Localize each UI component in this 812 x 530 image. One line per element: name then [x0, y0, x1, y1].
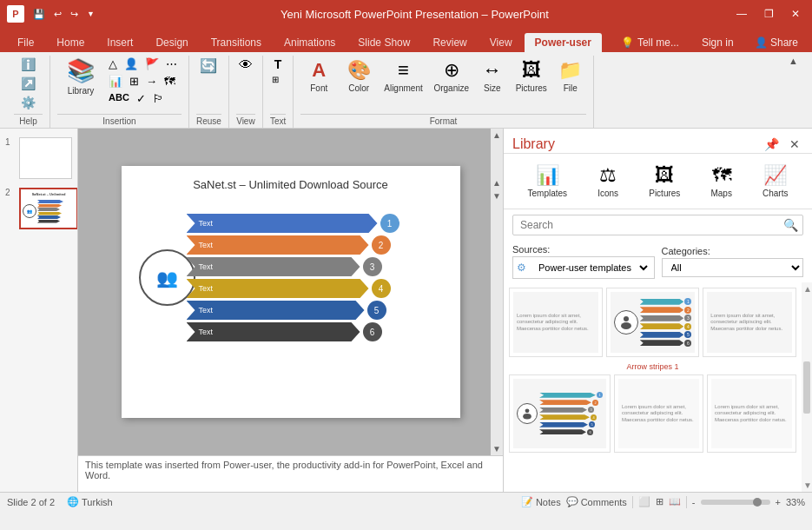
help-gear-button[interactable]: ⚙️ — [18, 94, 38, 111]
library-scrollbar[interactable]: ▲ ▼ — [802, 282, 812, 492]
minimize-button[interactable]: — — [731, 6, 752, 22]
lib-template-item-4[interactable]: 1 2 3 — [509, 374, 611, 453]
library-button[interactable]: 📚 Library — [59, 56, 102, 97]
file-button[interactable]: 📁 File — [555, 57, 586, 95]
pictures-button[interactable]: 🖼 Pictures — [512, 57, 551, 95]
help-info-button[interactable]: ℹ️ — [18, 56, 38, 73]
normal-view-button[interactable]: ⬜ — [638, 496, 650, 507]
tab-poweruser[interactable]: Power-user — [525, 33, 602, 52]
slide-thumb-img-2[interactable]: SaNet.st – Unlimited 👥 — [19, 188, 78, 229]
tab-insert[interactable]: Insert — [96, 33, 143, 52]
notes-area: This template was inserted from Power-us… — [78, 455, 503, 492]
sign-in-button[interactable]: Sign in — [695, 33, 741, 52]
status-bar: Slide 2 of 2 🌐 Turkish 📝 Notes 💬 Comment… — [0, 492, 812, 511]
color-button[interactable]: 🎨 Color — [340, 57, 377, 95]
arrow-6[interactable]: Text — [187, 322, 360, 341]
insert-flag2-button[interactable]: 🏳 — [150, 90, 167, 107]
arrow-row-3: Text 3 — [187, 257, 399, 276]
lib-icon-charts[interactable]: 📈 Charts — [756, 161, 795, 202]
insert-table-button[interactable]: ⊞ — [127, 73, 142, 89]
lib-scroll-thumb[interactable] — [802, 295, 812, 479]
arrow-5[interactable]: Text — [187, 301, 365, 320]
organize-icon: ⊕ — [444, 59, 459, 82]
insert-arrow-button[interactable]: → — [143, 73, 160, 89]
slide-thumb-1[interactable]: 1 — [3, 136, 74, 181]
insert-spellcheck-button[interactable]: ✓ — [134, 90, 149, 107]
help-arrow-button[interactable]: ↗️ — [18, 75, 38, 92]
insert-abc-button[interactable]: ABC — [106, 90, 132, 107]
lib-template-item-3[interactable]: Lorem ipsum dolor sit amet, consectetur … — [703, 288, 796, 357]
scroll-up-arrow[interactable]: ▲ — [491, 129, 503, 142]
organize-button[interactable]: ⊕ Organize — [430, 57, 473, 95]
customize-button[interactable]: ▼ — [83, 8, 98, 20]
lib-template-item-5[interactable]: Lorem ipsum dolor sit amet, consectetur … — [614, 374, 703, 453]
tab-transitions[interactable]: Transitions — [201, 33, 272, 52]
scroll-up2-arrow[interactable]: ▲ — [491, 176, 503, 189]
reading-view-button[interactable]: 📖 — [669, 496, 681, 507]
alignment-button[interactable]: ≡ Alignment — [380, 57, 426, 95]
lib-template-item-2[interactable]: 1 2 3 — [606, 288, 700, 357]
tab-design[interactable]: Design — [145, 33, 198, 52]
redo-button[interactable]: ↪ — [67, 7, 82, 22]
zoom-slider[interactable] — [701, 500, 770, 505]
window-title: Yeni Microsoft PowerPoint Presentation –… — [98, 8, 731, 21]
arrow-4[interactable]: Text — [187, 279, 369, 298]
comments-button[interactable]: 💬 Comments — [566, 496, 627, 507]
undo-button[interactable]: ↩ — [50, 7, 65, 22]
insert-map-button[interactable]: 🗺 — [162, 73, 178, 89]
arrow-1[interactable]: Text — [187, 214, 378, 233]
categories-select[interactable]: All — [662, 258, 804, 277]
lib-icon-maps[interactable]: 🗺 Maps — [703, 161, 738, 202]
insert-shapes-button[interactable]: △ — [106, 56, 120, 72]
grid-view-button[interactable]: ⊞ — [656, 496, 663, 507]
search-icon[interactable]: 🔍 — [783, 218, 798, 232]
zoom-minus-button[interactable]: - — [692, 497, 696, 507]
arrow-2[interactable]: Text — [187, 235, 369, 255]
library-pin-button[interactable]: 📌 — [761, 136, 782, 153]
library-close-button[interactable]: ✕ — [786, 136, 803, 153]
lib-template-item-1[interactable]: Lorem ipsum dolor sit amet, consectetur … — [509, 288, 603, 357]
lib-icon-icons[interactable]: ⚖ Icons — [591, 161, 625, 202]
vertical-scrollbar[interactable]: ▲ ▲ ▼ ▼ — [491, 129, 503, 455]
tab-review[interactable]: Review — [422, 33, 477, 52]
more-icon: ⋯ — [166, 57, 177, 70]
tab-animations[interactable]: Animations — [274, 33, 346, 52]
search-input[interactable] — [512, 215, 803, 235]
lib-icon-pictures[interactable]: 🖼 Pictures — [642, 161, 687, 202]
lib-scroll-up[interactable]: ▲ — [802, 282, 812, 295]
zoom-plus-button[interactable]: + — [776, 497, 781, 507]
font-button[interactable]: A Font — [300, 57, 337, 95]
share-button[interactable]: 👤 Share — [748, 33, 805, 52]
zoom-level[interactable]: 33% — [786, 497, 805, 507]
arrow-num-1: 1 — [380, 214, 399, 233]
slide-thumb-img-1[interactable] — [19, 137, 72, 179]
tell-me-field[interactable]: 💡 Tell me... — [612, 33, 688, 52]
save-button[interactable]: 💾 — [30, 7, 49, 22]
pictures-lib-label: Pictures — [649, 189, 680, 198]
restore-button[interactable]: ❐ — [759, 6, 779, 22]
lib-icon-templates[interactable]: 📊 Templates — [521, 161, 575, 202]
reuse-button[interactable]: 🔄 — [197, 56, 220, 76]
ribbon-collapse-button[interactable]: ▲ — [782, 56, 805, 128]
tab-file[interactable]: File — [7, 33, 44, 52]
sources-select[interactable]: Power-user templates — [530, 259, 650, 276]
insert-flag-button[interactable]: 🚩 — [142, 56, 162, 72]
notes-button[interactable]: 📝 Notes — [521, 496, 561, 507]
insert-chart-button[interactable]: 📊 — [106, 73, 125, 89]
scroll-down2-arrow[interactable]: ▼ — [491, 189, 503, 202]
tab-slideshow[interactable]: Slide Show — [347, 33, 420, 52]
size-button[interactable]: ↔ Size — [477, 57, 508, 95]
canvas-scroll[interactable]: SaNet.st – Unlimited Download Source 👥 T… — [78, 129, 503, 455]
arrow-3[interactable]: Text — [187, 257, 360, 276]
insert-person-button[interactable]: 👤 — [122, 56, 141, 72]
lib-scroll-down[interactable]: ▼ — [802, 479, 812, 492]
lib-template-item-6[interactable]: Lorem ipsum dolor sit amet, consectetur … — [707, 374, 796, 453]
tab-view[interactable]: View — [479, 33, 523, 52]
view-button[interactable]: 👁 — [236, 56, 255, 75]
tab-home[interactable]: Home — [46, 33, 95, 52]
scroll-down-arrow[interactable]: ▼ — [491, 442, 503, 455]
slide-thumb-2[interactable]: 2 SaNet.st – Unlimited 👥 — [3, 186, 74, 231]
insert-more-button[interactable]: ⋯ — [163, 56, 180, 72]
close-button[interactable]: ✕ — [786, 6, 805, 22]
text-button[interactable]: T — [272, 56, 285, 73]
